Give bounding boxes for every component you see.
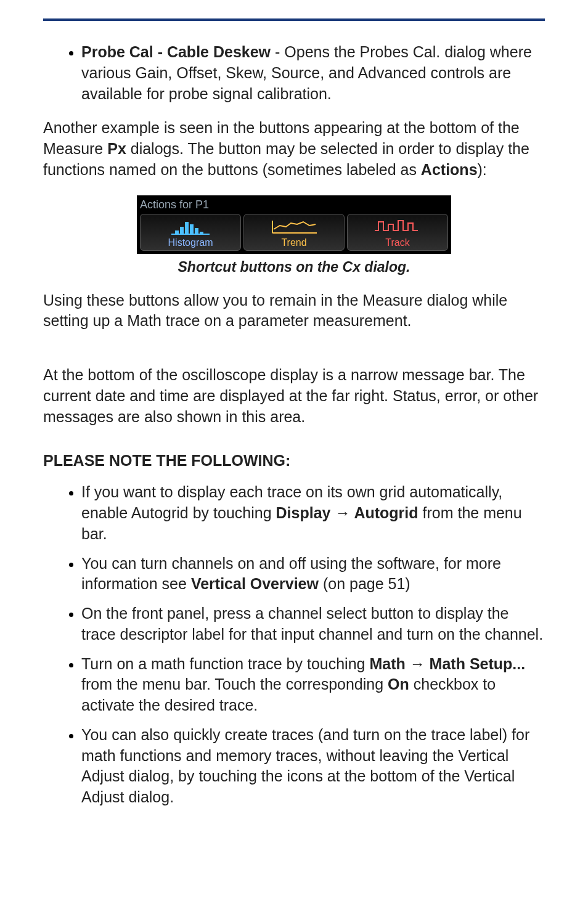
using-buttons-paragraph: Using these buttons allow you to remain … xyxy=(43,290,545,332)
document-page: Probe Cal - Cable Deskew - Opens the Pro… xyxy=(0,0,588,909)
trend-label: Trend xyxy=(281,238,306,248)
track-button[interactable]: Track xyxy=(347,214,448,251)
note-math-setup: Turn on a math function trace by touchin… xyxy=(81,654,545,716)
top-divider xyxy=(43,18,545,21)
figure-caption: Shortcut buttons on the Cx dialog. xyxy=(43,259,545,275)
note4-b: Math → Math Setup... xyxy=(369,655,525,672)
example-px: Px xyxy=(107,140,126,157)
trend-button[interactable]: Trend xyxy=(243,214,345,251)
probe-cal-bullet: Probe Cal - Cable Deskew - Opens the Pro… xyxy=(81,42,545,104)
example-text-3: ): xyxy=(478,161,487,178)
svg-rect-5 xyxy=(195,228,198,234)
please-note-text: PLEASE NOTE THE FOLLOWING xyxy=(43,452,285,469)
spacer xyxy=(43,346,545,365)
notes-list: If you want to display each trace on its… xyxy=(43,482,545,808)
track-label: Track xyxy=(385,238,409,248)
note4-a: Turn on a math function trace by touchin… xyxy=(81,655,369,672)
histogram-button[interactable]: Histogram xyxy=(140,214,241,251)
probe-cal-lead: Probe Cal - Cable Deskew xyxy=(81,43,271,60)
note4-c: from the menu bar. Touch the correspondi… xyxy=(81,675,388,693)
actions-panel: Actions for P1 Histo xyxy=(137,195,451,254)
note2-c: (on page 51) xyxy=(319,575,410,592)
svg-rect-3 xyxy=(185,222,189,234)
please-note-colon: : xyxy=(285,452,290,469)
svg-rect-1 xyxy=(175,230,179,234)
note-autogrid: If you want to display each trace on its… xyxy=(81,482,545,544)
track-icon xyxy=(348,216,447,238)
example-paragraph: Another example is seen in the buttons a… xyxy=(43,118,545,180)
actions-button-row: Histogram Trend xyxy=(137,214,451,253)
note4-d: On xyxy=(388,675,409,693)
probe-cal-bullet-list: Probe Cal - Cable Deskew - Opens the Pro… xyxy=(43,42,545,104)
actions-panel-title: Actions for P1 xyxy=(137,196,451,214)
note-quick-create: You can also quickly create traces (and … xyxy=(81,725,545,808)
note-front-panel: On the front panel, press a channel sele… xyxy=(81,603,545,645)
svg-rect-4 xyxy=(190,224,194,234)
trend-icon xyxy=(244,216,344,238)
histogram-label: Histogram xyxy=(168,238,213,248)
note-channels: You can turn channels on and off using t… xyxy=(81,553,545,595)
note1-b: Display → Autogrid xyxy=(276,504,419,521)
please-note-heading: PLEASE NOTE THE FOLLOWING: xyxy=(43,452,545,470)
svg-rect-2 xyxy=(180,227,184,234)
actions-figure: Actions for P1 Histo xyxy=(43,195,545,254)
svg-rect-6 xyxy=(200,232,203,234)
note2-b: Vertical Overview xyxy=(191,575,319,592)
histogram-icon xyxy=(141,216,240,238)
message-bar-paragraph: At the bottom of the oscilloscope displa… xyxy=(43,365,545,427)
example-actions: Actions xyxy=(421,161,478,178)
